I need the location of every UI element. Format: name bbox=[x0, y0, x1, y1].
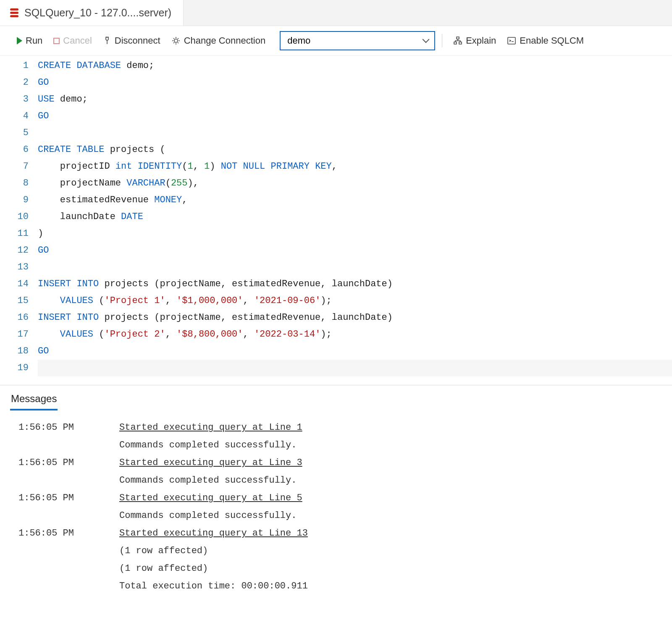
message-row: Commands completed successfully. bbox=[10, 437, 662, 454]
messages-tab[interactable]: Messages bbox=[10, 391, 58, 410]
svg-rect-4 bbox=[508, 37, 515, 44]
message-time bbox=[10, 472, 119, 489]
code-editor[interactable]: 12345678910111213141516171819 CREATE DAT… bbox=[0, 56, 672, 385]
code-line[interactable]: VALUES ('Project 2', '$8,800,000', '2022… bbox=[38, 326, 672, 343]
code-line[interactable]: GO bbox=[38, 343, 672, 360]
svg-point-0 bbox=[174, 39, 178, 42]
message-time bbox=[10, 437, 119, 454]
line-number: 4 bbox=[0, 108, 29, 125]
sqlcmd-icon bbox=[507, 36, 516, 45]
change-connection-label: Change Connection bbox=[184, 35, 265, 46]
code-line[interactable]: INSERT INTO projects (projectName, estim… bbox=[38, 309, 672, 326]
line-number: 17 bbox=[0, 326, 29, 343]
cancel-label: Cancel bbox=[63, 35, 92, 46]
message-row: Commands completed successfully. bbox=[10, 472, 662, 489]
message-text: Started executing query at Line 5 bbox=[119, 489, 662, 507]
code-line[interactable]: ) bbox=[38, 225, 672, 242]
svg-rect-2 bbox=[454, 42, 457, 44]
line-number: 13 bbox=[0, 259, 29, 276]
database-input[interactable] bbox=[287, 35, 400, 46]
explain-button[interactable]: Explain bbox=[449, 34, 500, 48]
message-row: 1:56:05 PMStarted executing query at Lin… bbox=[10, 419, 662, 437]
code-line[interactable]: projectName VARCHAR(255), bbox=[38, 175, 672, 192]
play-icon bbox=[17, 37, 22, 44]
message-text: Total execution time: 00:00:00.911 bbox=[119, 578, 662, 595]
change-connection-icon bbox=[171, 36, 181, 45]
disconnect-label: Disconnect bbox=[115, 35, 160, 46]
message-time: 1:56:05 PM bbox=[10, 525, 119, 542]
code-line[interactable]: GO bbox=[38, 108, 672, 125]
message-row: Commands completed successfully. bbox=[10, 507, 662, 525]
line-number: 8 bbox=[0, 175, 29, 192]
message-time: 1:56:05 PM bbox=[10, 419, 119, 437]
line-number: 15 bbox=[0, 293, 29, 309]
line-gutter: 12345678910111213141516171819 bbox=[0, 58, 38, 376]
message-time bbox=[10, 542, 119, 560]
code-line[interactable]: INSERT INTO projects (projectName, estim… bbox=[38, 276, 672, 293]
code-line[interactable]: projectID int IDENTITY(1, 1) NOT NULL PR… bbox=[38, 158, 672, 175]
message-text: Commands completed successfully. bbox=[119, 472, 662, 489]
line-number: 14 bbox=[0, 276, 29, 293]
message-text: (1 row affected) bbox=[119, 542, 662, 560]
message-row: 1:56:05 PMStarted executing query at Lin… bbox=[10, 489, 662, 507]
disconnect-button[interactable]: Disconnect bbox=[99, 34, 165, 48]
message-text: Commands completed successfully. bbox=[119, 507, 662, 525]
code-line[interactable]: USE demo; bbox=[38, 91, 672, 108]
enable-sqlcmd-button[interactable]: Enable SQLCM bbox=[503, 34, 588, 48]
line-number: 16 bbox=[0, 309, 29, 326]
cancel-button[interactable]: Cancel bbox=[49, 34, 96, 48]
code-area[interactable]: CREATE DATABASE demo;GOUSE demo;GO CREAT… bbox=[38, 58, 672, 376]
line-number: 11 bbox=[0, 225, 29, 242]
database-icon bbox=[10, 8, 18, 17]
line-number: 2 bbox=[0, 74, 29, 91]
message-row: 1:56:05 PMStarted executing query at Lin… bbox=[10, 454, 662, 472]
line-number: 6 bbox=[0, 141, 29, 158]
toolbar-separator bbox=[442, 34, 442, 47]
message-text: Started executing query at Line 13 bbox=[119, 525, 662, 542]
code-line[interactable]: CREATE DATABASE demo; bbox=[38, 58, 672, 74]
line-number: 1 bbox=[0, 58, 29, 74]
code-line[interactable]: estimatedRevenue MONEY, bbox=[38, 192, 672, 209]
line-number: 3 bbox=[0, 91, 29, 108]
change-connection-button[interactable]: Change Connection bbox=[167, 34, 270, 48]
run-label: Run bbox=[26, 35, 42, 46]
code-line[interactable] bbox=[38, 125, 672, 141]
message-time bbox=[10, 507, 119, 525]
message-text: Started executing query at Line 3 bbox=[119, 454, 662, 472]
line-number: 9 bbox=[0, 192, 29, 209]
explain-icon bbox=[453, 36, 462, 45]
code-line[interactable]: GO bbox=[38, 242, 672, 259]
message-time bbox=[10, 578, 119, 595]
message-time: 1:56:05 PM bbox=[10, 489, 119, 507]
svg-rect-3 bbox=[459, 42, 462, 44]
message-text: Started executing query at Line 1 bbox=[119, 419, 662, 437]
message-row: 1:56:05 PMStarted executing query at Lin… bbox=[10, 525, 662, 542]
message-time: 1:56:05 PM bbox=[10, 454, 119, 472]
code-line[interactable]: GO bbox=[38, 74, 672, 91]
stop-icon bbox=[53, 38, 60, 44]
code-line[interactable]: CREATE TABLE projects ( bbox=[38, 141, 672, 158]
disconnect-icon bbox=[103, 36, 111, 45]
line-number: 12 bbox=[0, 242, 29, 259]
line-number: 5 bbox=[0, 125, 29, 141]
line-number: 7 bbox=[0, 158, 29, 175]
message-row: Total execution time: 00:00:00.911 bbox=[10, 578, 662, 595]
line-number: 18 bbox=[0, 343, 29, 360]
run-button[interactable]: Run bbox=[13, 34, 47, 48]
line-number: 19 bbox=[0, 360, 29, 376]
message-time bbox=[10, 560, 119, 578]
code-line[interactable]: launchDate DATE bbox=[38, 209, 672, 225]
code-line[interactable] bbox=[38, 360, 672, 376]
editor-tab[interactable]: SQLQuery_10 - 127.0....server) bbox=[0, 0, 184, 26]
message-row: (1 row affected) bbox=[10, 542, 662, 560]
code-line[interactable] bbox=[38, 259, 672, 276]
tab-title: SQLQuery_10 - 127.0....server) bbox=[24, 7, 171, 19]
message-row: (1 row affected) bbox=[10, 560, 662, 578]
message-text: (1 row affected) bbox=[119, 560, 662, 578]
svg-rect-1 bbox=[457, 37, 459, 39]
line-number: 10 bbox=[0, 209, 29, 225]
database-select[interactable] bbox=[280, 31, 435, 50]
message-text: Commands completed successfully. bbox=[119, 437, 662, 454]
code-line[interactable]: VALUES ('Project 1', '$1,000,000', '2021… bbox=[38, 293, 672, 309]
enable-sqlcmd-label: Enable SQLCM bbox=[520, 35, 584, 46]
